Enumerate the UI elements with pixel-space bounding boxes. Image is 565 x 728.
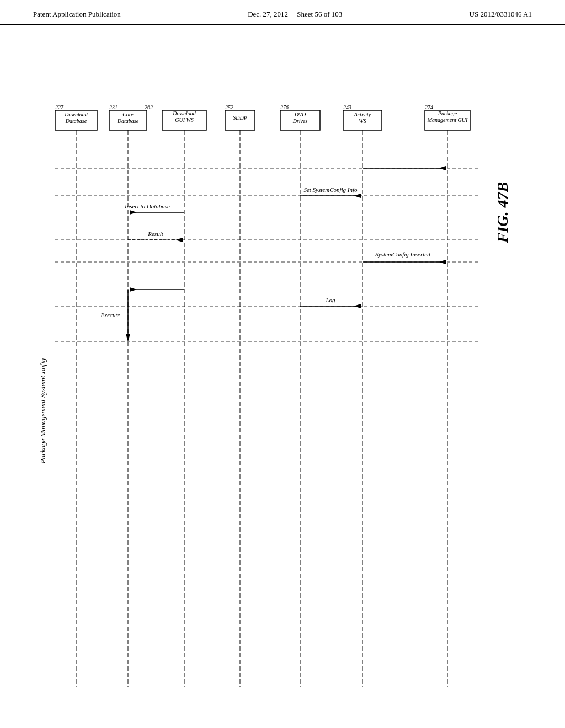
msg-insert-to-database-arrow — [130, 210, 137, 215]
svg-text:262: 262 — [145, 104, 153, 110]
msg-insert-to-database-label: Insert to Database — [124, 203, 170, 210]
svg-text:231: 231 — [109, 104, 118, 110]
svg-text:Management GUI: Management GUI — [427, 117, 468, 123]
header-sheet: Sheet 56 of 103 — [297, 10, 342, 18]
msg-execute-arrow — [130, 287, 137, 292]
svg-text:274: 274 — [425, 104, 433, 110]
svg-text:Drives: Drives — [292, 118, 308, 124]
svg-text:Download: Download — [64, 111, 88, 117]
msg-result-label: Result — [147, 231, 163, 237]
svg-text:Download: Download — [172, 110, 196, 116]
svg-text:243: 243 — [343, 104, 351, 110]
svg-text:Package: Package — [438, 110, 457, 116]
header-patent: US 2012/0331046 A1 — [470, 10, 532, 19]
svg-text:SDDP: SDDP — [233, 115, 247, 121]
svg-text:GUI WS: GUI WS — [175, 117, 194, 123]
msg-log-label: Log — [325, 297, 335, 303]
msg-execute-down-arrow — [126, 334, 130, 342]
diagram-area: Package Management SystemConfig FIG. 47B… — [0, 25, 565, 720]
page-header: Patent Application Publication Dec. 27, … — [0, 0, 565, 25]
svg-text:WS: WS — [359, 118, 366, 124]
svg-text:Database: Database — [117, 118, 139, 124]
msg-set-systemconfig-label: Set SystemConfig Info — [303, 186, 358, 193]
msg-execute-label: Execute — [100, 312, 120, 318]
svg-text:Activity: Activity — [354, 111, 371, 117]
header-date-sheet: Dec. 27, 2012 Sheet 56 of 103 — [248, 10, 342, 19]
svg-text:Database: Database — [65, 118, 87, 124]
svg-text:Core: Core — [122, 111, 134, 117]
svg-text:252: 252 — [225, 104, 233, 110]
svg-text:227: 227 — [55, 104, 64, 110]
header-publication: Patent Application Publication — [33, 10, 121, 19]
msg-systemconfig-inserted-label: SystemConfig Inserted — [375, 251, 430, 258]
svg-text:276: 276 — [280, 104, 289, 110]
sequence-diagram: Package Management SystemConfig FIG. 47B… — [0, 25, 565, 720]
figure-label: FIG. 47B — [494, 182, 511, 243]
diagram-title: Package Management SystemConfig — [39, 358, 47, 464]
svg-text:DVD: DVD — [294, 111, 306, 117]
header-date: Dec. 27, 2012 — [248, 10, 288, 18]
